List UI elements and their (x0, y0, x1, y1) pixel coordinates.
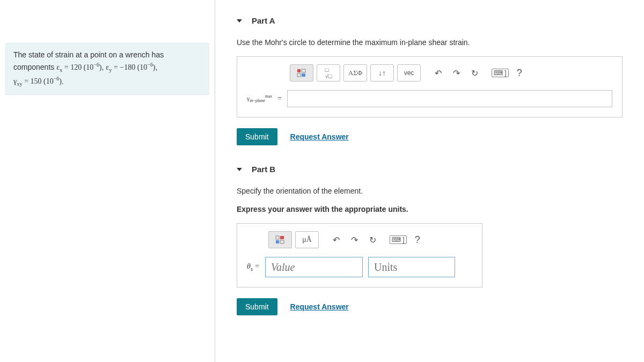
part-b-instruction2: Express your answer with the appropriate… (237, 205, 623, 213)
part-a-request-answer-link[interactable]: Request Answer (290, 132, 349, 141)
gamma-max-label: γin−planemax (247, 94, 272, 103)
units-button[interactable]: μÅ (295, 231, 319, 248)
undo-button[interactable]: ↶ (430, 65, 445, 81)
reset-button[interactable]: ↻ (365, 232, 380, 248)
caret-down-icon (237, 19, 242, 23)
problem-line2-prefix: components (13, 63, 56, 71)
epsilon-x: εx = 120 (10−6) (56, 63, 101, 71)
template-button[interactable] (268, 231, 292, 248)
part-b-request-answer-link[interactable]: Request Answer (290, 302, 349, 311)
keyboard-button[interactable]: ⌨ ] (492, 65, 509, 81)
problem-statement: The state of strain at a point on a wren… (5, 43, 209, 95)
svg-rect-0 (297, 69, 301, 72)
help-button[interactable]: ? (410, 232, 425, 248)
svg-rect-2 (297, 73, 301, 77)
part-b-title: Part B (252, 165, 275, 174)
part-b-submit-button[interactable]: Submit (237, 298, 277, 315)
svg-rect-1 (302, 69, 305, 72)
undo-button[interactable]: ↶ (328, 232, 343, 248)
greek-button[interactable]: ΑΣΦ (343, 64, 367, 82)
svg-rect-4 (276, 236, 279, 239)
reset-button[interactable]: ↻ (467, 65, 482, 81)
part-a-equation-row: γin−planemax = (247, 90, 612, 107)
keyboard-button[interactable]: ⌨ ] (390, 232, 407, 248)
vec-button[interactable]: vec (397, 64, 421, 82)
theta-s-label: θs = (247, 262, 260, 272)
arrows-button[interactable]: ↓↑ (370, 64, 394, 82)
redo-button[interactable]: ↷ (347, 232, 362, 248)
gamma-xy: γxy = 150 (10−6) (13, 77, 62, 85)
part-b-answer-box: μÅ ↶ ↷ ↻ ⌨ ] ? θs = (237, 223, 482, 287)
help-button[interactable]: ? (512, 65, 527, 81)
part-b-equation-row: θs = (247, 257, 472, 277)
svg-rect-7 (280, 240, 284, 243)
fraction-sqrt-button[interactable]: □√□ (317, 64, 340, 82)
epsilon-y: εy = −180 (10−6) (106, 63, 155, 71)
svg-rect-5 (280, 236, 284, 239)
part-a-header[interactable]: Part A (237, 16, 623, 25)
template-button[interactable] (290, 64, 313, 82)
equals-sign: = (277, 94, 282, 103)
part-b-toolbar: μÅ ↶ ↷ ↻ ⌨ ] ? (268, 231, 472, 248)
part-a-answer-box: □√□ ΑΣΦ ↓↑ vec ↶ ↷ ↻ ⌨ ] ? γin−planemax … (237, 56, 623, 117)
part-b-instruction1: Specify the orientation of the element. (237, 187, 623, 195)
part-a-answer-input[interactable] (287, 90, 612, 107)
part-a: Part A Use the Mohr's circle to determin… (237, 16, 623, 145)
part-a-toolbar: □√□ ΑΣΦ ↓↑ vec ↶ ↷ ↻ ⌨ ] ? (290, 64, 612, 82)
part-a-title: Part A (252, 16, 275, 25)
part-b-units-input[interactable] (368, 257, 455, 277)
redo-button[interactable]: ↷ (449, 65, 464, 81)
svg-rect-6 (276, 240, 279, 243)
part-b-header[interactable]: Part B (237, 165, 623, 174)
caret-down-icon (237, 168, 242, 171)
svg-rect-3 (302, 73, 305, 77)
part-a-instruction: Use the Mohr's circle to determine the m… (237, 38, 623, 47)
part-a-submit-button[interactable]: Submit (237, 128, 277, 145)
part-b-value-input[interactable] (265, 257, 363, 277)
problem-line1: The state of strain at a point on a wren… (13, 50, 164, 59)
part-b: Part B Specify the orientation of the el… (237, 165, 623, 315)
